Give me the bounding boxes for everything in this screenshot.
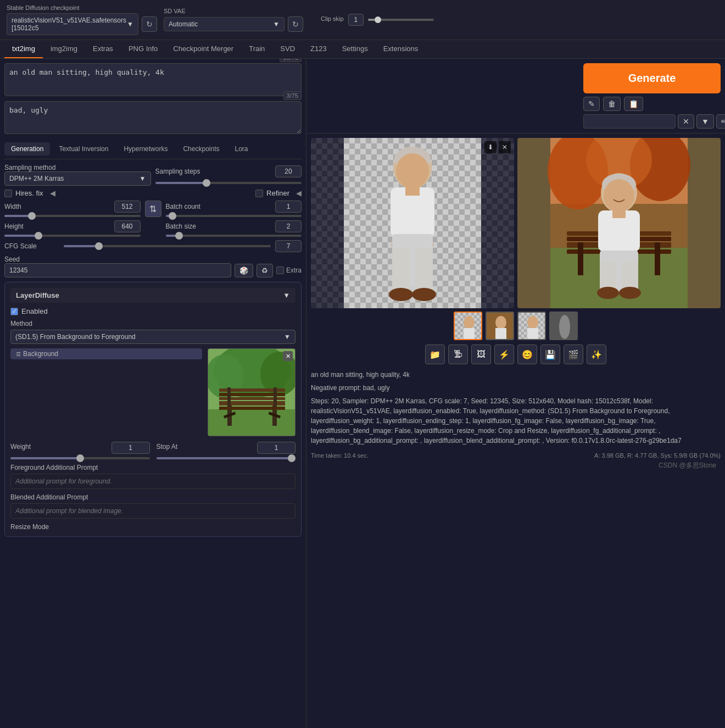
refiner-expand[interactable]: ◀ bbox=[296, 189, 302, 197]
stop-at-input[interactable] bbox=[257, 442, 295, 454]
gen-tab-generation[interactable]: Generation bbox=[4, 142, 50, 155]
tab-txt2img[interactable]: txt2img bbox=[4, 40, 43, 58]
background-tag: ☰ Background bbox=[10, 348, 202, 359]
clip-skip-value[interactable]: 1 bbox=[348, 14, 364, 26]
svg-rect-25 bbox=[405, 185, 420, 196]
seed-row: 🎲 ♻ Extra bbox=[4, 263, 302, 277]
tab-extras[interactable]: Extras bbox=[85, 40, 121, 58]
delete-btn[interactable]: 🗑 bbox=[603, 97, 621, 111]
width-slider[interactable] bbox=[4, 215, 141, 217]
vae-refresh-btn[interactable]: ↻ bbox=[288, 16, 303, 32]
zip-btn[interactable]: 🗜 bbox=[448, 344, 468, 364]
height-slider[interactable] bbox=[4, 235, 141, 237]
seed-input[interactable] bbox=[4, 263, 231, 277]
hires-fix-checkbox[interactable] bbox=[4, 190, 12, 197]
vae-section: SD VAE Automatic ▼ ↻ bbox=[164, 8, 303, 32]
height-value[interactable]: 640 bbox=[114, 220, 141, 232]
tab-extensions[interactable]: Extensions bbox=[376, 40, 426, 58]
style-chevron-btn[interactable]: ▼ bbox=[696, 114, 714, 129]
svg-rect-63 bbox=[464, 328, 475, 340]
tab-settings[interactable]: Settings bbox=[334, 40, 376, 58]
svg-point-56 bbox=[619, 287, 641, 299]
tab-train[interactable]: Train bbox=[241, 40, 272, 58]
tab-checkpoint-merger[interactable]: Checkpoint Merger bbox=[165, 40, 241, 58]
checkpoint-select[interactable]: realisticVisionV51_v51VAE.safetensors [1… bbox=[7, 13, 138, 35]
refiner-checkbox[interactable] bbox=[255, 190, 263, 197]
batch-count-slider[interactable] bbox=[166, 215, 302, 217]
sampling-steps-slider[interactable] bbox=[155, 182, 302, 184]
tab-z123[interactable]: Z123 bbox=[303, 40, 334, 58]
positive-prompt-input[interactable]: an old man sitting, high quality, 4k bbox=[4, 63, 302, 96]
svg-point-32 bbox=[412, 288, 436, 301]
left-download-btn[interactable]: ⬇ bbox=[484, 141, 497, 153]
face-btn[interactable]: 😊 bbox=[517, 344, 537, 364]
seed-dice-btn[interactable]: 🎲 bbox=[235, 264, 253, 277]
swap-dimensions-btn[interactable]: ⇅ bbox=[145, 201, 161, 217]
magic-btn[interactable]: ✨ bbox=[587, 344, 606, 364]
save-canvas-btn[interactable]: 💾 bbox=[540, 344, 560, 364]
layer-diffuse-section: LayerDiffuse ▼ ✓ Enabled Method (SD1.5) … bbox=[4, 282, 302, 537]
extra-checkbox-box[interactable] bbox=[276, 266, 284, 274]
height-label: Height bbox=[4, 223, 59, 230]
blended-additional-label: Blended Additional Prompt bbox=[10, 493, 295, 501]
sampling-steps-value[interactable]: 20 bbox=[275, 165, 302, 177]
batch-size-value[interactable]: 2 bbox=[275, 220, 302, 232]
paste-btn[interactable]: ✎ bbox=[583, 97, 600, 111]
batch-size-label: Batch size bbox=[166, 223, 221, 230]
cfg-scale-value[interactable]: 7 bbox=[275, 240, 302, 252]
negative-token-count: 3/75 bbox=[283, 91, 302, 100]
tab-svd[interactable]: SVD bbox=[272, 40, 303, 58]
style-close-btn[interactable]: ✕ bbox=[678, 114, 694, 129]
park-bench-svg bbox=[208, 349, 295, 436]
method-select[interactable]: (SD1.5) From Background to Foreground ▼ bbox=[10, 330, 295, 344]
weight-label: Weight bbox=[10, 443, 31, 451]
folder-btn[interactable]: 📁 bbox=[425, 344, 445, 364]
copy-btn[interactable]: 📋 bbox=[624, 97, 643, 111]
seed-recycle-btn[interactable]: ♻ bbox=[256, 264, 273, 277]
hires-fix-expand[interactable]: ◀ bbox=[50, 189, 55, 197]
background-image-preview: ✕ bbox=[208, 348, 295, 436]
background-close-btn[interactable]: ✕ bbox=[283, 351, 293, 361]
resize-mode-section: Resize Mode bbox=[10, 523, 295, 531]
film-btn[interactable]: 🎬 bbox=[564, 344, 583, 364]
vae-select[interactable]: Automatic ▼ bbox=[164, 17, 285, 31]
enabled-checkbox[interactable]: ✓ bbox=[10, 308, 18, 315]
thumbnail-2[interactable] bbox=[486, 312, 514, 340]
gen-tab-lora[interactable]: Lora bbox=[228, 142, 255, 155]
generate-button[interactable]: Generate bbox=[583, 63, 721, 93]
weight-input[interactable] bbox=[111, 442, 150, 454]
resize-mode-label: Resize Mode bbox=[10, 523, 295, 531]
sampling-steps-label: Sampling steps bbox=[155, 168, 210, 175]
style-pencil-btn[interactable]: ✏ bbox=[716, 114, 725, 129]
weight-stopat-row: Weight Stop At bbox=[10, 442, 295, 459]
stop-at-slider[interactable] bbox=[157, 457, 296, 459]
gen-tab-textual-inversion[interactable]: Textual Inversion bbox=[52, 142, 115, 155]
thumbnail-1[interactable] bbox=[454, 312, 482, 340]
thumbnail-4[interactable] bbox=[549, 312, 578, 340]
send-img-btn[interactable]: 🖼 bbox=[471, 344, 491, 364]
gen-tab-hypernetworks[interactable]: Hypernetworks bbox=[117, 142, 174, 155]
svg-rect-43 bbox=[578, 242, 583, 275]
layer-diffuse-header[interactable]: LayerDiffuse ▼ bbox=[10, 288, 295, 303]
negative-prompt-input[interactable]: bad, ugly bbox=[4, 101, 302, 134]
batch-size-slider[interactable] bbox=[166, 235, 302, 237]
negative-prompt-container: 3/75 bad, ugly bbox=[4, 101, 302, 139]
sampling-method-select[interactable]: DPM++ 2M Karras ▼ bbox=[4, 171, 151, 186]
weight-col: Weight bbox=[10, 442, 150, 459]
batch-count-value[interactable]: 1 bbox=[275, 201, 302, 213]
blended-additional-input[interactable] bbox=[10, 503, 295, 519]
thumbnail-3[interactable] bbox=[517, 312, 546, 340]
width-value[interactable]: 512 bbox=[114, 201, 141, 213]
fg-additional-input[interactable] bbox=[10, 474, 295, 489]
style-input[interactable] bbox=[583, 114, 676, 129]
cfg-scale-row: CFG Scale 7 bbox=[4, 240, 302, 252]
tab-img2img[interactable]: img2img bbox=[43, 40, 85, 58]
tab-png-info[interactable]: PNG Info bbox=[121, 40, 165, 58]
method-label: Method bbox=[10, 320, 295, 327]
gen-tab-checkpoints[interactable]: Checkpoints bbox=[176, 142, 226, 155]
weight-slider[interactable] bbox=[10, 457, 150, 459]
left-close-btn[interactable]: ✕ bbox=[499, 141, 511, 153]
extras-btn[interactable]: ⚡ bbox=[494, 344, 514, 364]
checkpoint-refresh-btn[interactable]: ↻ bbox=[142, 16, 157, 32]
cfg-scale-slider[interactable] bbox=[64, 245, 271, 247]
